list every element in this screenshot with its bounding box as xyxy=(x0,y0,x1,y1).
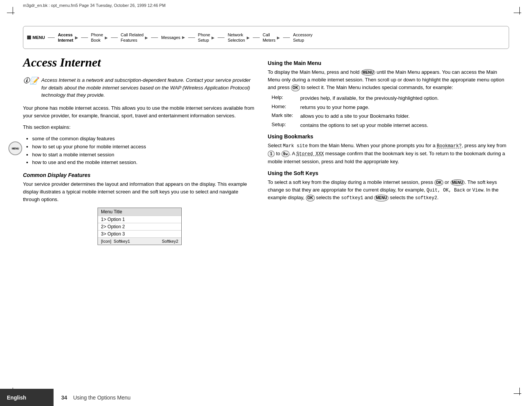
key-1-btn: 1 xyxy=(268,151,275,158)
display-option-1: 1> Option 1 xyxy=(98,216,181,223)
mono-view: View xyxy=(472,188,483,193)
key-9-btn: 9𝑤 xyxy=(281,151,290,158)
nav-line-2 xyxy=(81,37,88,38)
page-title: Access Internet xyxy=(23,55,256,70)
mono-quit: Quit, OK, Back xyxy=(426,188,465,193)
mono-marksite: Mark site xyxy=(283,143,308,149)
page-label: Using the Options Menu xyxy=(73,395,130,401)
help-row-marksite: Mark site: allows you to add a site to y… xyxy=(272,112,509,120)
help-term-home: Home: xyxy=(272,104,300,109)
section-softkeys-title: Using the Soft Keys xyxy=(268,170,509,176)
page-number-area: 34 Using the Options Menu xyxy=(54,395,130,401)
section1-title: Common Display Features xyxy=(23,172,256,178)
nav-item-network-selection[interactable]: NetworkSelection ▶ xyxy=(225,32,252,43)
softkey-left: [Icon] Softkey1 xyxy=(101,239,130,244)
nav-arrow-5: ▶ xyxy=(211,36,215,40)
help-def-setup: contains the options to set up your mobi… xyxy=(300,122,509,129)
nav-line-4 xyxy=(151,37,158,38)
softkey-right: Softkey2 xyxy=(162,239,178,244)
nav-item-phone-setup[interactable]: PhoneSetup ▶ xyxy=(196,32,217,43)
ok-btn-inline3: OK xyxy=(306,195,315,201)
help-table: Help: provides help, if available, for t… xyxy=(272,94,509,129)
nav-item-accessory-setup[interactable]: AccessorySetup xyxy=(291,32,315,43)
left-column: Access Internet 🛈📝 Access Internet is a … xyxy=(23,55,256,385)
main-content: Access Internet 🛈📝 Access Internet is a … xyxy=(23,55,509,385)
menu-btn-inline3: MENU xyxy=(374,195,388,201)
note-block: 🛈📝 Access Internet is a network and subs… xyxy=(23,76,256,99)
help-term-marksite: Mark site: xyxy=(272,112,300,118)
nav-item-messages[interactable]: Messages ▶ xyxy=(159,35,187,40)
nav-arrow-3: ▶ xyxy=(145,36,148,40)
list-item: how to use and end the mobile internet s… xyxy=(32,159,256,167)
mono-stored: Stored XXX xyxy=(296,151,324,157)
menu-label: MENU xyxy=(27,35,45,40)
menu-button-label: MENU xyxy=(12,147,19,150)
nav-item-access-internet[interactable]: AccessInternet ▶ xyxy=(55,32,80,43)
nav-item-phone-book[interactable]: PhoneBook ▶ xyxy=(89,32,110,43)
note-text: Access Internet is a network and subscri… xyxy=(41,76,256,99)
nav-line-8 xyxy=(283,37,290,38)
help-def-help: provides help, if available, for the pre… xyxy=(300,94,509,102)
menu-square-icon xyxy=(27,36,31,39)
section-using-main-menu-body: To display the Main Menu, press and hold… xyxy=(268,68,509,91)
mono-softkey1: softkey1 xyxy=(341,195,363,201)
menu-button-side[interactable]: MENU xyxy=(8,141,22,155)
nav-arrow-1: ▶ xyxy=(75,36,78,40)
display-box: Menu Title 1> Option 1 2> Option 2 3> Op… xyxy=(98,208,182,245)
nav-line-5 xyxy=(188,37,195,38)
display-softkeys: [Icon] Softkey1 Softkey2 xyxy=(98,237,181,245)
nav-item-call-meters[interactable]: CallMeters ▶ xyxy=(260,32,283,43)
right-column: Using the Main Menu To display the Main … xyxy=(268,55,509,385)
menu-btn-inline: MENU xyxy=(361,69,375,76)
nav-item-call-related[interactable]: Call RelatedFeatures ▶ xyxy=(119,32,151,43)
body-text-1: Your phone has mobile internet access. T… xyxy=(23,104,256,120)
nav-arrow-2: ▶ xyxy=(105,36,108,40)
section1-body: Your service provider determines the lay… xyxy=(23,180,256,203)
help-def-home: returns you to your home page. xyxy=(300,104,509,111)
list-item: how to set up your phone for mobile inte… xyxy=(32,143,256,151)
help-row-home: Home: returns you to your home page. xyxy=(272,104,509,111)
help-term-setup: Setup: xyxy=(272,122,300,127)
file-info: m3gdr_en.bk : opt_menu.fm5 Page 34 Tuesd… xyxy=(23,3,166,8)
note-icon: 🛈📝 xyxy=(23,76,38,86)
bottom-bar: English 34 Using the Options Menu xyxy=(0,389,532,406)
help-def-marksite: allows you to add a site to your Bookmar… xyxy=(300,112,509,120)
bullet-list: some of the common display features how … xyxy=(29,135,256,167)
ok-btn-inline: OK xyxy=(291,84,300,91)
section-softkeys-body: To select a soft key from the display du… xyxy=(268,179,509,202)
body-text-2: This section explains: xyxy=(23,123,256,131)
nav-menu-bar: MENU AccessInternet ▶ PhoneBook ▶ Call R… xyxy=(23,26,509,49)
nav-arrow-4: ▶ xyxy=(182,35,185,39)
help-row-help: Help: provides help, if available, for t… xyxy=(272,94,509,102)
page-number: 34 xyxy=(61,395,67,401)
list-item: how to start a mobile internet session xyxy=(32,151,256,159)
nav-line-3 xyxy=(111,37,118,38)
mono-bookmark: Bookmark? xyxy=(437,143,462,149)
display-option-2: 2> Option 2 xyxy=(98,223,181,230)
nav-arrow-7: ▶ xyxy=(277,36,280,40)
page-container: m3gdr_en.bk : opt_menu.fm5 Page 34 Tuesd… xyxy=(0,0,532,406)
section-using-main-menu-title: Using the Main Menu xyxy=(268,60,509,66)
mono-softkey2: softkey2 xyxy=(415,195,437,201)
ok-btn-inline2: OK xyxy=(434,179,443,186)
section-bookmarks-body: Select Mark site from the Main Menu. Whe… xyxy=(268,142,509,165)
nav-line-7 xyxy=(253,37,260,38)
list-item: some of the common display features xyxy=(32,135,256,143)
header-bar: m3gdr_en.bk : opt_menu.fm5 Page 34 Tuesd… xyxy=(23,3,509,8)
nav-line-1 xyxy=(48,37,55,38)
help-row-setup: Setup: contains the options to set up yo… xyxy=(272,122,509,129)
help-term-help: Help: xyxy=(272,94,300,100)
corner-tl xyxy=(7,7,18,18)
corner-tr xyxy=(514,7,525,18)
language-label: English xyxy=(0,389,54,406)
display-menu-title: Menu Title xyxy=(98,208,181,216)
section-bookmarks-title: Using Bookmarks xyxy=(268,133,509,140)
nav-arrow-6: ▶ xyxy=(247,36,250,40)
menu-btn-inline2: MENU xyxy=(451,179,465,186)
nav-line-6 xyxy=(218,37,225,38)
display-option-3: 3> Option 3 xyxy=(98,230,181,237)
